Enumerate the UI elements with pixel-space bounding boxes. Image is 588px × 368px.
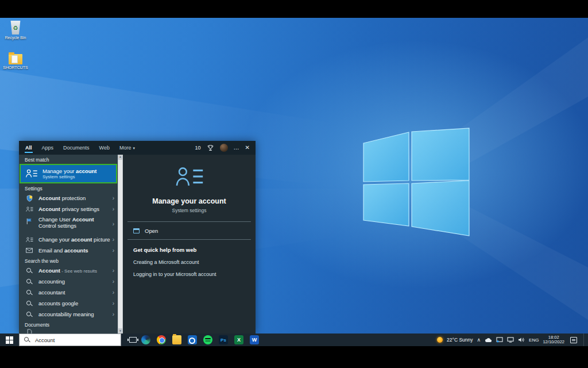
tab-apps[interactable]: Apps — [41, 142, 55, 154]
taskbar-search-input[interactable] — [34, 336, 109, 344]
help-section-header: Get quick help from web — [133, 247, 247, 253]
search-icon — [25, 290, 34, 296]
search-icon — [25, 312, 34, 317]
onedrive-cloud-icon[interactable] — [485, 338, 492, 343]
section-header-best-match: Best match — [19, 155, 118, 164]
taskbar-app-chrome[interactable] — [156, 335, 167, 345]
rewards-points: 10 — [195, 145, 201, 151]
open-action[interactable]: Open — [123, 222, 256, 239]
tab-more[interactable]: More▾ — [119, 142, 136, 154]
shield-icon — [25, 195, 34, 202]
help-link-logging-in[interactable]: Logging in to your Microsoft account — [133, 271, 247, 277]
desktop-icon-recycle-bin[interactable]: ♻ Recycle Bin — [1, 21, 30, 40]
chevron-down-icon: ▾ — [133, 146, 135, 150]
wireless-display-icon[interactable] — [496, 337, 503, 343]
action-center-icon[interactable] — [570, 337, 577, 343]
show-desktop-button[interactable] — [583, 334, 585, 346]
recycle-bin-icon: ♻ — [10, 21, 21, 34]
tab-label: More — [119, 145, 131, 151]
task-view-icon — [129, 337, 137, 343]
results-scrollbar[interactable]: ▲ ▼ — [118, 155, 123, 334]
speaker-icon[interactable] — [518, 337, 525, 343]
best-match-subtitle: System settings — [42, 174, 97, 179]
result-email-and-accounts[interactable]: Email and accounts › — [19, 245, 118, 256]
person-list-icon-large — [175, 166, 204, 188]
search-results-list: Best match Manage your account System se… — [19, 155, 118, 334]
help-link-creating-account[interactable]: Creating a Microsoft account — [133, 259, 247, 265]
taskbar-app-excel[interactable]: X — [234, 335, 244, 345]
outlook-icon — [188, 335, 197, 344]
more-options-icon[interactable]: … — [234, 145, 239, 151]
start-button[interactable] — [0, 334, 19, 346]
photoshop-icon: Ps — [219, 335, 228, 344]
result-account-privacy-settings[interactable]: Account privacy settings › — [19, 204, 118, 214]
desktop-icon-label: Recycle Bin — [1, 36, 30, 40]
recycle-glyph: ♻ — [13, 25, 18, 31]
word-icon: W — [250, 335, 259, 344]
result-change-uac-settings[interactable]: Change User Account Control settings › — [19, 214, 118, 234]
scroll-down-icon[interactable]: ▼ — [119, 329, 121, 334]
taskbar-app-word[interactable]: W — [249, 335, 260, 345]
language-indicator[interactable]: ENG — [529, 338, 539, 343]
desktop-icon-shortcuts[interactable]: SHORTCUTS — [1, 54, 30, 70]
taskbar-app-edge[interactable] — [141, 335, 151, 345]
chevron-right-icon: › — [113, 195, 114, 201]
result-change-account-picture[interactable]: Change your account picture › — [19, 234, 118, 245]
rewards-trophy-icon[interactable] — [207, 144, 214, 152]
chrome-icon — [157, 335, 166, 344]
tab-web[interactable]: Web — [99, 142, 110, 154]
result-account-protection[interactable]: Account protection › — [19, 193, 118, 204]
best-match-item[interactable]: Manage your account System settings — [20, 164, 117, 183]
search-icon — [25, 279, 34, 285]
taskbar-app-file-explorer[interactable] — [172, 335, 182, 345]
screen: ♻ Recycle Bin SHORTCUTS All Apps Documen… — [0, 0, 588, 368]
tab-label: Documents — [63, 145, 90, 151]
chevron-right-icon: › — [113, 267, 114, 274]
task-view-button[interactable] — [126, 334, 140, 346]
scrollbar-thumb[interactable] — [118, 160, 122, 328]
taskbar-app-outlook[interactable] — [187, 335, 198, 345]
search-icon — [24, 337, 30, 343]
section-header-search-the-web: Search the web — [19, 256, 118, 265]
user-avatar[interactable] — [220, 144, 228, 152]
envelope-icon — [25, 248, 34, 253]
taskbar-search-box[interactable] — [19, 334, 121, 346]
web-suggestion-accounts-google[interactable]: accounts google › — [19, 298, 118, 309]
web-suggestion-account[interactable]: Account - See web results › — [19, 265, 118, 276]
tab-label: Apps — [42, 145, 54, 151]
close-icon[interactable]: ✕ — [245, 145, 250, 151]
web-suggestion-accountability-meaning[interactable]: accountability meaning › — [19, 309, 118, 320]
taskbar: Ps X W 22°C Sunny ∧ ENG 18:02 12/10/2022 — [0, 334, 588, 346]
tab-all[interactable]: All — [25, 142, 33, 154]
result-label: Account privacy settings — [38, 206, 110, 212]
folder-icon — [9, 54, 22, 64]
tab-documents[interactable]: Documents — [63, 142, 90, 154]
result-label: Change User Account Control settings — [38, 216, 110, 229]
person-list-icon — [25, 206, 34, 212]
result-item-clipped[interactable] — [19, 329, 118, 334]
tab-label: Web — [99, 145, 110, 151]
tray-expand-icon[interactable]: ∧ — [477, 337, 481, 343]
web-suggestion-accounting[interactable]: accounting › — [19, 276, 118, 287]
scroll-up-icon[interactable]: ▲ — [119, 155, 121, 159]
open-window-icon — [133, 228, 140, 233]
chevron-right-icon: › — [113, 311, 114, 317]
section-header-documents: Documents — [19, 320, 118, 329]
clock[interactable]: 18:02 12/10/2022 — [543, 335, 564, 345]
windows-logo-wallpaper — [356, 124, 471, 237]
weather-sun-icon[interactable] — [437, 337, 443, 343]
open-label: Open — [145, 228, 158, 234]
document-icon — [25, 329, 34, 334]
network-monitor-icon[interactable] — [507, 337, 514, 343]
result-label: Account - See web results — [38, 267, 110, 274]
edge-icon — [141, 335, 150, 344]
taskbar-app-spotify[interactable] — [203, 335, 213, 345]
result-label: Change your account picture — [38, 236, 110, 243]
chevron-right-icon: › — [113, 236, 114, 243]
weather-text[interactable]: 22°C Sunny — [447, 337, 473, 343]
taskbar-app-photoshop[interactable]: Ps — [218, 335, 229, 345]
search-flyout-window: All Apps Documents Web More▾ 10 … ✕ Best… — [19, 141, 256, 334]
web-suggestion-accountant[interactable]: accountant › — [19, 287, 118, 298]
excel-icon: X — [234, 335, 243, 344]
chevron-right-icon: › — [113, 206, 114, 212]
